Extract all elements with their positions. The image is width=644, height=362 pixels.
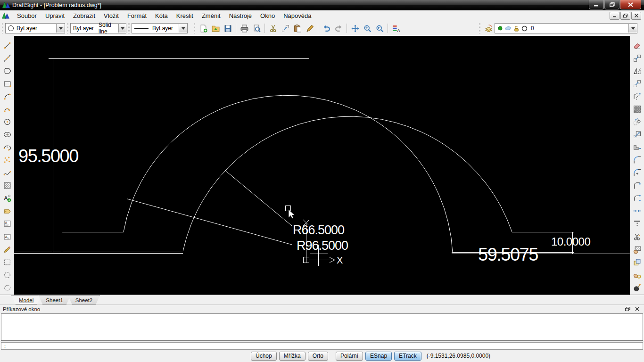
tool-move[interactable]: [631, 52, 643, 64]
tool-select-circle[interactable]: [1, 269, 13, 281]
toggle-pol-rn-[interactable]: Polární: [336, 352, 363, 361]
tool-hatch[interactable]: [1, 180, 13, 192]
tool-simple-note[interactable]: A: [1, 231, 13, 243]
tool-point[interactable]: [1, 154, 13, 166]
tool-offset[interactable]: [631, 90, 643, 102]
inner-arc[interactable]: [183, 116, 512, 251]
toggle-esnap[interactable]: ESnap: [365, 352, 392, 361]
tool-mirror[interactable]: [631, 65, 643, 77]
command-prompt-input[interactable]: :: [1, 342, 643, 350]
dim-height-text[interactable]: 95.5000: [18, 146, 78, 166]
outer-arc[interactable]: [124, 95, 453, 253]
tool-chamfer[interactable]: [631, 180, 643, 192]
menu-vlo-it[interactable]: Vložit: [99, 11, 123, 20]
new-file-icon[interactable]: [198, 23, 209, 34]
tab-sheet1[interactable]: Sheet1: [38, 295, 70, 304]
annotation-styles-icon[interactable]: A: [390, 23, 402, 34]
tool-make-block[interactable]: [631, 256, 643, 268]
cut-icon[interactable]: [267, 23, 279, 34]
chevron-down-icon[interactable]: [118, 24, 126, 33]
dim-thickness-text[interactable]: 10.0000: [551, 235, 590, 248]
layer-combo[interactable]: 0: [495, 23, 637, 33]
layer-on-icon[interactable]: [497, 25, 503, 31]
menu-kreslit[interactable]: Kreslit: [172, 11, 198, 20]
tool-ellipse[interactable]: [1, 129, 13, 140]
chevron-down-icon[interactable]: [179, 24, 187, 33]
menu-k-ta[interactable]: Kóta: [151, 11, 172, 20]
format-painter-icon[interactable]: [304, 23, 315, 34]
tool-note[interactable]: A: [1, 218, 13, 230]
menu-zobrazit[interactable]: Zobrazit: [69, 11, 99, 20]
command-window-float-icon[interactable]: [624, 306, 631, 312]
toolbar-grip[interactable]: [479, 23, 481, 33]
toggle--chop[interactable]: Úchop: [251, 352, 277, 361]
line-color-combo[interactable]: ByLayer: [5, 23, 65, 33]
menu-n-pov-da[interactable]: Nápověda: [279, 11, 315, 20]
tool-fillet-radius[interactable]: [631, 167, 643, 179]
tool-chamfer-angle[interactable]: [631, 193, 643, 205]
line-style-combo[interactable]: ByLayer Solid line: [70, 23, 126, 33]
dimension-lines[interactable]: [49, 58, 309, 253]
print-icon[interactable]: [239, 23, 250, 34]
tool-pattern[interactable]: [631, 103, 643, 115]
tool-line[interactable]: [1, 40, 13, 51]
drawing-canvas[interactable]: X 95.5000 R66.5000 R96.5000 59.5075 10.0…: [14, 36, 630, 295]
dim-radius-inner-text[interactable]: R66.5000: [293, 223, 344, 237]
menu-soubor[interactable]: Soubor: [13, 11, 41, 20]
tool-spline[interactable]: [1, 167, 13, 179]
tool-tag[interactable]: [1, 206, 13, 217]
redo-icon[interactable]: [333, 23, 344, 34]
tool-sketch[interactable]: [1, 244, 13, 255]
dim-width-text[interactable]: 59.5075: [478, 245, 538, 264]
tool-circle[interactable]: [1, 116, 13, 128]
chevron-down-icon[interactable]: [628, 24, 637, 33]
tool-trim[interactable]: [631, 206, 643, 217]
zoom-dynamic-icon[interactable]: [362, 23, 373, 34]
open-file-icon[interactable]: [210, 23, 221, 34]
toolbar-grip[interactable]: [128, 23, 130, 33]
tab-model[interactable]: Model: [11, 295, 41, 304]
toolbar-grip[interactable]: [193, 23, 196, 33]
mdi-restore-button[interactable]: [620, 12, 630, 20]
tool-infinite-line[interactable]: [1, 52, 13, 64]
leader-r66[interactable]: [225, 171, 292, 226]
paste-icon[interactable]: [292, 23, 303, 34]
tool-smart-annotation[interactable]: A: [1, 193, 13, 205]
menu-form-t[interactable]: Formát: [123, 11, 151, 20]
line-weight-combo[interactable]: ByLayer: [132, 23, 188, 33]
layer-manager-icon[interactable]: [485, 25, 493, 33]
tool-arc[interactable]: [1, 90, 13, 102]
copy-icon[interactable]: [280, 23, 291, 34]
dim-radius-outer-text[interactable]: R96.5000: [297, 239, 348, 253]
tool-ellipse-arc[interactable]: [1, 141, 13, 153]
mdi-minimize-button[interactable]: [610, 12, 619, 20]
layer-color-icon[interactable]: [521, 25, 528, 32]
command-window-close-icon[interactable]: [634, 306, 640, 312]
tool-scale[interactable]: [631, 129, 643, 140]
toggle-orto[interactable]: Orto: [308, 352, 328, 361]
tab-sheet2[interactable]: Sheet2: [68, 295, 100, 304]
undo-icon[interactable]: [321, 23, 332, 34]
toolbar-grip[interactable]: [1, 23, 4, 33]
tool-select-lasso[interactable]: [1, 282, 13, 294]
tool-select-window[interactable]: [1, 256, 13, 268]
mdi-close-button[interactable]: [631, 12, 641, 20]
tool-curve[interactable]: [1, 103, 13, 115]
menu-zm-nit[interactable]: Změnit: [198, 11, 225, 20]
chevron-down-icon[interactable]: [56, 24, 65, 33]
layer-thaw-icon[interactable]: [505, 25, 512, 31]
minimize-button[interactable]: [589, 0, 604, 9]
pan-icon[interactable]: [349, 23, 361, 34]
tool-edit-hatch[interactable]: [631, 244, 643, 255]
close-button[interactable]: [620, 0, 641, 9]
menu-n-stroje[interactable]: Nástroje: [225, 11, 256, 20]
toggle-m-ka[interactable]: Mřížka: [279, 352, 305, 361]
menu-okno[interactable]: Okno: [256, 11, 279, 20]
tool-explode[interactable]: [631, 282, 643, 294]
layer-unlock-icon[interactable]: [513, 25, 520, 32]
tool-polygon[interactable]: [1, 65, 13, 77]
restore-button[interactable]: [604, 0, 619, 9]
tool-rectangle[interactable]: [1, 78, 13, 90]
toggle-etrack[interactable]: ETrack: [394, 352, 421, 361]
print-preview-icon[interactable]: [251, 23, 262, 34]
